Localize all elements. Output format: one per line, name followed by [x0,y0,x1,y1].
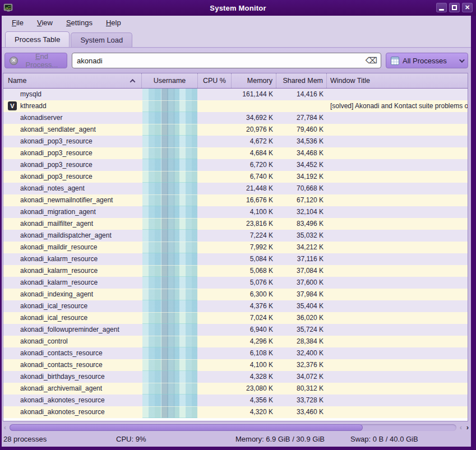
redacted-username [142,242,197,253]
process-row[interactable]: akonadi_followupreminder_agent6,940 K35,… [3,324,468,336]
minimize-icon [439,9,444,11]
process-row[interactable]: akonadi_migration_agent4,100 K32,104 K [3,206,468,218]
column-header-memory[interactable]: Memory [232,73,276,88]
process-row[interactable]: akonadi_archivemail_agent23,080 K80,312 … [3,383,468,395]
process-row[interactable]: akonadi_control4,296 K28,384 K [3,336,468,347]
cell-memory: 6,300 K [232,289,276,300]
cell-name: akonadi_birthdays_resource [3,371,142,383]
process-row[interactable]: Vkthreadd[solved] Akonadi and Kontact su… [3,100,468,112]
scroll-left-icon[interactable]: ‹ [2,423,8,432]
process-row[interactable]: akonadi_kalarm_resource5,068 K37,084 K [3,265,468,277]
process-row[interactable]: akonadi_birthdays_resource4,328 K34,072 … [3,371,468,383]
cell-name: akonadi_kalarm_resource [3,265,142,277]
process-row[interactable]: akonadi_newmailnotifier_agent16,676 K67,… [3,194,468,206]
horizontal-scrollbar[interactable]: ‹ ‹ › [2,423,471,432]
column-header-shared-mem[interactable]: Shared Mem [276,73,327,88]
process-row[interactable]: akonadi_pop3_resource6,740 K34,192 K [3,171,468,183]
cell-name: akonadi_contacts_resource [3,359,142,371]
process-row[interactable]: akonadi_contacts_resource4,100 K32,376 K [3,359,468,371]
cell-memory: 4,684 K [232,147,276,159]
process-name: akonadi_followupreminder_agent [20,326,119,333]
process-row[interactable]: akonadi_ical_resource7,024 K36,020 K [3,312,468,324]
redacted-username [142,147,197,159]
redacted-username [142,371,197,383]
scroll-right-icon[interactable]: › [464,423,471,432]
cell-cpu [198,312,232,324]
cell-window-title [327,242,468,253]
process-row[interactable]: akonadi_akonotes_resource4,356 K33,728 K [3,395,468,406]
column-header-name[interactable]: Name [3,73,142,88]
process-row[interactable]: mysqld161,144 K14,416 K [3,89,468,100]
cell-shared-mem: 83,496 K [276,218,327,230]
cell-window-title [327,289,468,300]
cell-window-title [327,218,468,230]
process-row[interactable]: akonadi_kalarm_resource5,076 K37,600 K [3,277,468,289]
column-header-username[interactable]: Username [142,73,198,88]
menu-file[interactable]: File [6,17,29,29]
cell-shared-mem: 14,416 K [276,89,327,100]
cell-username [142,289,198,300]
cell-cpu [198,406,232,418]
cell-cpu [198,395,232,406]
cell-shared-mem: 32,376 K [276,359,327,371]
process-row[interactable]: akonadi_pop3_resource4,672 K34,536 K [3,136,468,147]
cell-memory: 7,224 K [232,230,276,242]
cell-cpu [198,371,232,383]
process-row[interactable]: akonadi_notes_agent21,448 K70,668 K [3,183,468,194]
menu-view[interactable]: View [31,17,58,29]
process-name: akonadi_kalarm_resource [20,279,98,286]
maximize-button[interactable] [449,3,460,12]
cell-memory: 7,992 K [232,242,276,253]
search-input[interactable] [72,53,381,68]
process-row[interactable]: akonadi_mailfilter_agent23,816 K83,496 K [3,218,468,230]
cell-cpu [198,230,232,242]
process-filter-dropdown[interactable]: All Processes [386,53,468,68]
cell-username [142,230,198,242]
redacted-username [142,100,197,112]
column-header-cpu[interactable]: CPU % [198,73,232,88]
cell-memory: 21,448 K [232,183,276,194]
cell-username [142,359,198,371]
process-row[interactable]: akonadi_pop3_resource4,684 K34,468 K [3,147,468,159]
minimize-button[interactable] [436,3,447,12]
process-row[interactable]: akonadi_indexing_agent6,300 K37,984 K [3,289,468,300]
close-button[interactable]: ✕ [462,3,473,12]
menu-help[interactable]: Help [100,17,127,29]
end-process-button[interactable]: ✕ End Process... [4,53,67,68]
cell-name: akonadi_sendlater_agent [3,124,142,136]
process-row[interactable]: akonadiserver34,692 K27,784 K [3,112,468,124]
process-row[interactable]: akonadi_kalarm_resource5,084 K37,116 K [3,253,468,265]
redacted-username [142,406,197,418]
menu-settings[interactable]: Settings [61,17,98,29]
cell-shared-mem: 35,032 K [276,230,327,242]
cell-shared-mem: 80,312 K [276,383,327,395]
cell-cpu [198,147,232,159]
cell-window-title [327,359,468,371]
cell-memory: 5,068 K [232,265,276,277]
cell-memory: 16,676 K [232,194,276,206]
redacted-username [142,253,197,265]
scrollbar-thumb[interactable] [10,424,363,431]
process-row[interactable]: akonadi_sendlater_agent20,976 K79,460 K [3,124,468,136]
cell-username [142,136,198,147]
redacted-username [142,89,197,100]
process-name: akonadi_notes_agent [20,184,85,192]
tab-system-load[interactable]: System Load [71,33,132,47]
process-row[interactable]: akonadi_akonotes_resource4,320 K33,460 K [3,406,468,418]
clear-search-icon[interactable]: ⌫ [366,55,377,66]
process-name: akonadi_pop3_resource [20,173,93,180]
process-row[interactable]: akonadi_maildir_resource7,992 K34,212 K [3,242,468,253]
cell-shared-mem: 35,404 K [276,300,327,312]
process-row[interactable]: akonadi_pop3_resource6,720 K34,452 K [3,159,468,171]
scrollbar-track[interactable] [10,424,456,431]
process-row[interactable]: akonadi_ical_resource4,376 K35,404 K [3,300,468,312]
tab-process-table[interactable]: Process Table [5,31,70,47]
cell-window-title [327,383,468,395]
cell-memory: 6,108 K [232,347,276,359]
column-header-window-title[interactable]: Window Title [327,73,468,88]
scroll-left-end-icon[interactable]: ‹ [457,423,464,432]
titlebar[interactable]: System Monitor ✕ [0,0,476,16]
process-row[interactable]: akonadi_maildispatcher_agent7,224 K35,03… [3,230,468,242]
cell-memory: 23,080 K [232,383,276,395]
process-row[interactable]: akonadi_contacts_resource6,108 K32,400 K [3,347,468,359]
